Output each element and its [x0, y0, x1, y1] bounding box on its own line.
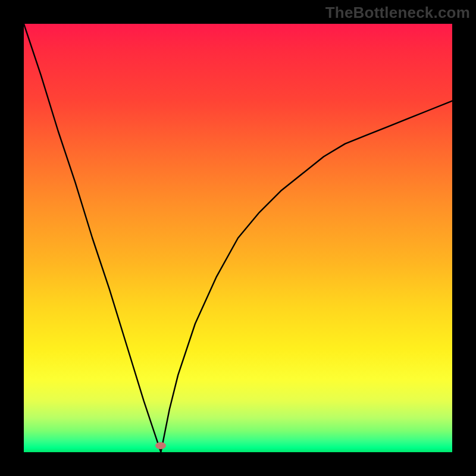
- plot-area: [24, 24, 452, 452]
- chart-container: TheBottleneck.com: [0, 0, 476, 476]
- bottleneck-curve: [24, 24, 452, 452]
- minimum-marker: [155, 442, 166, 449]
- watermark-text: TheBottleneck.com: [325, 4, 470, 22]
